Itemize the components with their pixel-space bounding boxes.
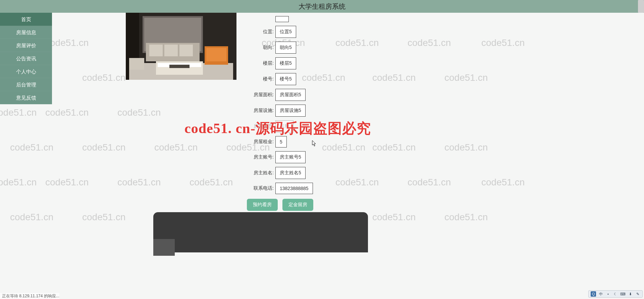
app-header: 大学生租房系统: [0, 0, 644, 13]
field-value: 房主姓名5: [275, 167, 306, 179]
field-label: 房屋设施:: [247, 108, 274, 114]
svg-rect-7: [164, 45, 178, 56]
ime-punct-icon[interactable]: •: [605, 291, 611, 297]
sidebar-item-admin[interactable]: 后台管理: [0, 78, 52, 91]
field-row-status: 房屋状态: 占用: [247, 120, 448, 132]
svg-rect-6: [149, 45, 163, 56]
field-label: 房主姓名:: [247, 170, 274, 176]
field-value: 楼号5: [275, 73, 296, 85]
field-value: 朝向5: [275, 42, 296, 54]
status-text: 正在等待 8.129.11.174 的响应...: [2, 293, 59, 299]
field-label: 房屋状态:: [247, 123, 274, 129]
field-row-owner-name: 房主姓名: 房主姓名5: [247, 167, 448, 179]
field-row-orientation: 朝向: 朝向5: [247, 42, 448, 54]
field-label: 位置:: [247, 29, 274, 35]
sidebar-item-label: 意见反馈: [16, 95, 36, 101]
sidebar-item-reviews[interactable]: 房屋评价: [0, 39, 52, 52]
sidebar-item-label: 房屋评价: [16, 43, 36, 48]
field-value: 房屋设施5: [275, 105, 306, 117]
field-row-building: 楼号: 楼号5: [247, 73, 448, 85]
field-label: 联系电话:: [247, 185, 274, 191]
svg-rect-10: [206, 48, 226, 61]
page-title: 大学生租房系统: [299, 2, 345, 11]
field-row-location: 位置: 位置5: [247, 26, 448, 38]
sidebar: 首页 房屋信息 房屋评价 公告资讯 个人中心 后台管理 意见反馈: [0, 13, 52, 104]
field-row-area: 房屋面积: 房屋面积5: [247, 89, 448, 101]
search-icon[interactable]: Q: [591, 291, 596, 297]
bottom-panel: [153, 212, 368, 252]
sidebar-item-feedback[interactable]: 意见反馈: [0, 91, 52, 104]
sidebar-item-houses[interactable]: 房屋信息: [0, 26, 52, 39]
moon-icon[interactable]: ☾: [613, 291, 618, 297]
deposit-hold-button[interactable]: 定金留房: [282, 199, 313, 211]
sidebar-item-notice[interactable]: 公告资讯: [0, 52, 52, 65]
field-value: 位置5: [275, 26, 296, 38]
field-label: 楼号:: [247, 76, 274, 82]
field-row-rent: 房屋租金: 5: [247, 136, 448, 147]
sidebar-item-label: 公告资讯: [16, 56, 36, 61]
bottom-panel-tab[interactable]: [153, 239, 175, 256]
field-label: 房主账号:: [247, 154, 274, 160]
house-detail-form: 位置: 位置5 朝向: 朝向5 楼层: 楼层5 楼号: 楼号5 房屋面积: 房屋…: [247, 16, 448, 211]
action-button-row: 预约看房 定金留房: [247, 199, 448, 211]
field-label: 房屋面积:: [247, 92, 274, 98]
field-value: 13823888885: [275, 183, 313, 194]
ime-language-icon[interactable]: 中: [598, 291, 603, 297]
field-value: 楼层5: [275, 57, 296, 69]
field-value: 房屋面积5: [275, 89, 306, 101]
house-photo: [126, 13, 236, 80]
field-row-owner-account: 房主账号: 房主账号5: [247, 151, 448, 163]
sidebar-item-label: 后台管理: [16, 82, 36, 87]
field-row: [247, 16, 448, 22]
field-value: 占用: [275, 120, 293, 132]
field-value: 5: [275, 136, 287, 147]
field-row-phone: 联系电话: 13823888885: [247, 183, 448, 194]
settings-icon[interactable]: ✎: [635, 291, 640, 297]
field-value: 房主账号5: [275, 151, 306, 163]
field-value: [275, 16, 289, 22]
field-row-facility: 房屋设施: 房屋设施5: [247, 105, 448, 117]
browser-status-bar: 正在等待 8.129.11.174 的响应...: [0, 293, 59, 299]
sidebar-item-label: 首页: [21, 16, 31, 22]
reserve-viewing-button[interactable]: 预约看房: [247, 199, 278, 211]
svg-rect-8: [179, 45, 193, 56]
sidebar-item-home[interactable]: 首页: [0, 13, 52, 26]
sidebar-item-profile[interactable]: 个人中心: [0, 65, 52, 78]
keyboard-icon[interactable]: ⌨: [620, 291, 626, 297]
field-label: 房屋租金:: [247, 139, 274, 145]
scrollbar-thumb[interactable]: [638, 0, 644, 13]
svg-rect-13: [129, 58, 144, 70]
sidebar-item-label: 个人中心: [16, 69, 36, 74]
field-label: 楼层:: [247, 60, 274, 66]
field-row-floor: 楼层: 楼层5: [247, 57, 448, 69]
svg-rect-14: [169, 65, 190, 68]
mic-icon[interactable]: ⬇: [628, 291, 633, 297]
ime-toolbar[interactable]: Q 中 • ☾ ⌨ ⬇ ✎: [588, 290, 643, 298]
sidebar-item-label: 房屋信息: [16, 29, 36, 35]
field-label: 朝向:: [247, 45, 274, 51]
main-content: 位置: 位置5 朝向: 朝向5 楼层: 楼层5 楼号: 楼号5 房屋面积: 房屋…: [0, 13, 644, 299]
